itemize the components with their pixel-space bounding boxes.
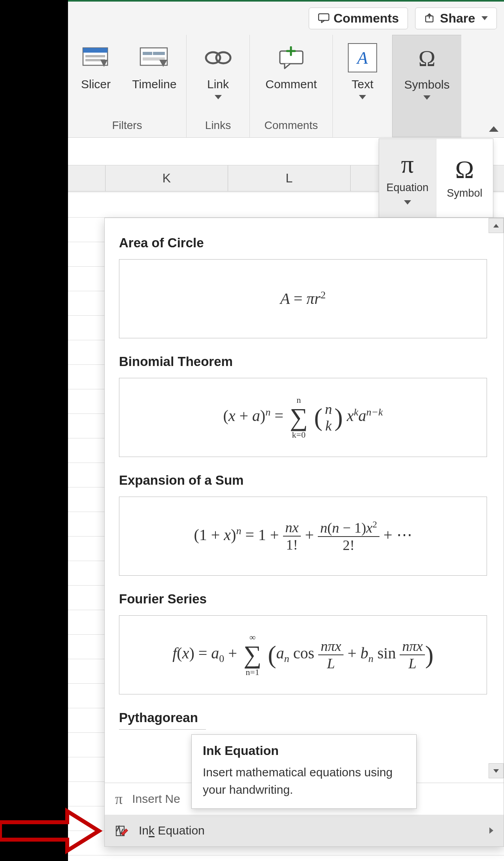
chevron-down-icon (423, 95, 430, 100)
equation-item-binomial-theorem[interactable]: (x + a)n = n∑k=0 (nk) xkan−k (119, 378, 487, 457)
share-button-label: Share (440, 11, 475, 26)
equation-item-expansion-of-sum[interactable]: (1 + x)n = 1 + nx1! + n(n − 1)x22! + ⋯ (119, 497, 487, 576)
equation-item-area-of-circle[interactable]: A = πr2 (119, 259, 487, 338)
timeline-label: Timeline (132, 78, 176, 91)
text-group-label (361, 116, 364, 135)
equation-item-fourier-series[interactable]: f(x) = a0 + ∞∑n=1 (an cos nπxL + bn sin … (119, 615, 487, 694)
pi-icon: π (401, 152, 414, 177)
row-header-gutter[interactable] (68, 165, 106, 191)
equation-item-title: Fourier Series (119, 592, 487, 607)
ribbon-group-text: A Text (333, 35, 392, 137)
scroll-up-button[interactable] (489, 218, 504, 233)
equation-formula: (1 + x)n = 1 + nx1! + n(n − 1)x22! + ⋯ (194, 519, 412, 554)
chevron-down-icon (481, 16, 488, 20)
text-box-icon: A (348, 43, 377, 72)
link-button[interactable]: Link (194, 40, 242, 99)
triangle-up-icon (493, 224, 499, 228)
omega-icon: Ω (418, 45, 435, 72)
svg-rect-7 (143, 52, 152, 55)
share-button[interactable]: Share (415, 8, 497, 29)
equation-item-title: Expansion of a Sum (119, 473, 487, 488)
symbol-label: Symbol (447, 187, 482, 199)
column-header-l[interactable]: L (228, 165, 351, 191)
title-bar: Comments Share (68, 0, 504, 35)
text-button[interactable]: A Text (339, 40, 386, 99)
ribbon-insert-tab: Slicer Timeline Filters (68, 35, 504, 138)
equation-item-title: Area of Circle (119, 235, 487, 250)
share-icon (424, 13, 436, 23)
filters-group-label: Filters (112, 116, 142, 135)
slicer-label: Slicer (81, 78, 111, 91)
comments-group-label: Comments (264, 116, 318, 135)
ribbon-group-symbols: Ω Symbols (392, 35, 461, 137)
svg-rect-3 (83, 48, 108, 53)
chevron-down-icon (404, 200, 411, 205)
symbols-group-label (425, 116, 428, 135)
link-label: Link (207, 78, 229, 91)
new-comment-icon (276, 46, 307, 69)
comment-bubble-icon (318, 13, 330, 23)
chevron-down-icon (359, 95, 366, 99)
equation-formula: A = πr2 (280, 289, 326, 308)
ribbon-group-links: Link Links (187, 35, 250, 137)
svg-point-11 (216, 52, 230, 63)
comments-button[interactable]: Comments (309, 8, 408, 29)
pi-icon: π (115, 790, 123, 808)
svg-rect-0 (319, 14, 329, 21)
annotation-red-arrow (0, 807, 103, 855)
ink-equation-icon (115, 823, 129, 838)
svg-rect-4 (85, 55, 105, 57)
symbols-dropdown-panel: π Equation Ω Symbol (379, 138, 493, 218)
timeline-button[interactable]: Timeline (125, 40, 184, 91)
left-black-margin (0, 0, 68, 861)
comment-button[interactable]: Comment (254, 40, 329, 91)
tooltip-body: Insert mathematical equations using your… (203, 764, 405, 798)
equation-item-title: Binomial Theorem (119, 354, 487, 369)
app-window: Comments Share (68, 0, 504, 861)
ribbon-group-comments: Comment Comments (250, 35, 333, 137)
chevron-down-icon (215, 95, 222, 99)
symbol-menu-button[interactable]: Ω Symbol (436, 139, 493, 217)
equation-formula: f(x) = a0 + ∞∑n=1 (an cos nπxL + bn sin … (172, 633, 434, 677)
link-icon (203, 48, 234, 68)
equation-item-pythagorean-cut[interactable] (119, 729, 206, 730)
scroll-down-button[interactable] (489, 763, 504, 778)
equation-item-title: Pythagorean (119, 710, 487, 725)
timeline-icon (139, 46, 170, 69)
symbols-label: Symbols (404, 78, 449, 91)
equation-label: Equation (386, 182, 428, 194)
equation-menu-button[interactable]: π Equation (379, 139, 436, 217)
omega-icon: Ω (455, 157, 474, 182)
symbols-button[interactable]: Ω Symbols (402, 40, 452, 100)
ink-equation-label: Ink Equation (139, 824, 205, 837)
ink-equation-menu-item[interactable]: Ink Equation (105, 815, 504, 846)
slicer-button[interactable]: Slicer (70, 40, 122, 91)
ribbon-group-filters: Slicer Timeline Filters (68, 35, 187, 137)
comments-button-label: Comments (334, 11, 399, 26)
svg-rect-8 (153, 52, 165, 55)
insert-new-equation-label: Insert Ne (132, 792, 180, 806)
comment-label: Comment (265, 78, 317, 91)
links-group-label: Links (205, 116, 231, 135)
collapse-ribbon-button[interactable] (489, 126, 498, 132)
ink-equation-tooltip: Ink Equation Insert mathematical equatio… (191, 734, 417, 809)
submenu-arrow-icon (489, 827, 493, 834)
triangle-down-icon (493, 769, 499, 773)
equation-formula: (x + a)n = n∑k=0 (nk) xkan−k (223, 395, 383, 440)
text-label: Text (351, 78, 373, 91)
slicer-icon (81, 46, 111, 69)
equation-gallery-scroll[interactable]: Area of Circle A = πr2 Binomial Theorem … (105, 218, 504, 783)
tooltip-title: Ink Equation (203, 743, 405, 758)
column-header-k[interactable]: K (106, 165, 228, 191)
